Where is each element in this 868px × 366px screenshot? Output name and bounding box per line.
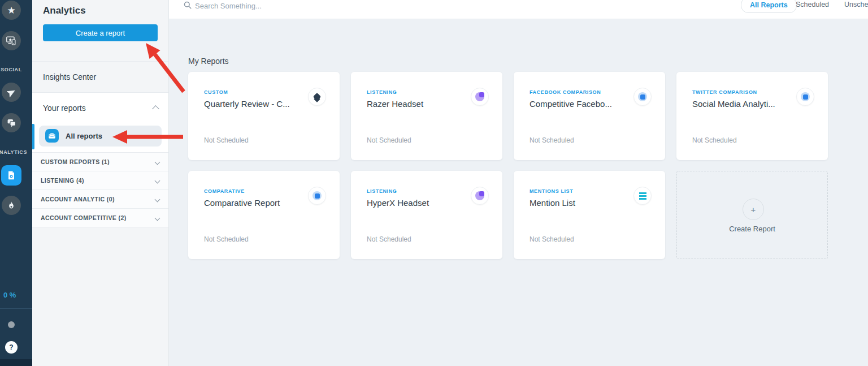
category-label: ACCOUNT ANALYTIC (0) xyxy=(41,196,115,203)
report-doc-glyph xyxy=(6,170,16,180)
card-status: Not Scheduled xyxy=(692,136,737,144)
topbar: All ReportsScheduledUnscheduled xyxy=(168,0,868,19)
card-title: Social Media Analyti... xyxy=(692,99,800,109)
nav-rail: ★ SOCIAL ANALYTICS xyxy=(0,0,32,366)
chevron-down-icon xyxy=(155,178,160,183)
search-input[interactable] xyxy=(194,0,422,11)
your-reports-header[interactable]: Your reports xyxy=(32,93,168,123)
card-title: Mention List xyxy=(530,198,637,208)
devices-glyph xyxy=(6,35,17,46)
card-title: Comparative Report xyxy=(204,198,311,208)
card-status: Not Scheduled xyxy=(530,136,574,144)
report-card[interactable]: MENTIONS LISTMention ListNot Scheduled xyxy=(514,171,665,259)
category-row[interactable]: ACCOUNT ANALYTIC (0) xyxy=(32,190,168,209)
plus-icon: + xyxy=(743,199,764,220)
chevron-up-icon xyxy=(152,105,159,113)
card-status: Not Scheduled xyxy=(204,136,249,144)
card-title: Razer Headset xyxy=(367,99,474,109)
insights-center-label: Insights Center xyxy=(43,72,96,81)
card-title: Competitive Facebo... xyxy=(530,99,637,109)
category-label: ACCOUNT COMPETITIVE (2) xyxy=(41,214,127,221)
reports-grid: CUSTOMQuarterly Review - C...Not Schedul… xyxy=(188,72,828,259)
tab-scheduled[interactable]: Scheduled xyxy=(796,1,829,8)
card-category-label: CUSTOM xyxy=(204,89,228,95)
star-icon[interactable]: ★ xyxy=(2,1,21,20)
layers-dark-glyph xyxy=(313,93,321,101)
card-category-label: MENTIONS LIST xyxy=(530,188,573,194)
create-report-button[interactable]: Create a report xyxy=(43,24,158,41)
category-label: CUSTOM REPORTS (1) xyxy=(41,158,110,165)
sidebar-item-insights-center[interactable]: Insights Center xyxy=(32,61,168,92)
progress-indicator: 0 % xyxy=(3,291,16,299)
bars-teal-glyph xyxy=(639,192,646,200)
chat-icon[interactable] xyxy=(2,113,21,132)
active-indicator-bar xyxy=(32,124,34,149)
layers-dark-icon xyxy=(308,88,326,106)
pie-purple-glyph xyxy=(475,92,484,101)
card-category-label: COMPARATIVE xyxy=(204,188,245,194)
report-card[interactable]: FACEBOOK COMPARISONCompetitive Facebo...… xyxy=(514,72,665,160)
card-category-label: TWITTER COMPARISON xyxy=(692,89,757,95)
send-icon[interactable] xyxy=(2,83,21,102)
chevron-down-icon xyxy=(155,215,160,221)
card-status: Not Scheduled xyxy=(204,235,249,243)
pie-purple-icon xyxy=(471,187,489,205)
report-card[interactable]: TWITTER COMPARISONSocial Media Analyti..… xyxy=(676,72,828,160)
square-blue-glyph xyxy=(313,191,322,200)
report-doc-icon[interactable] xyxy=(1,165,21,186)
your-reports-label: Your reports xyxy=(43,104,86,113)
bars-teal-icon xyxy=(633,187,652,205)
report-categories: CUSTOM REPORTS (1)LISTENING (4)ACCOUNT A… xyxy=(32,153,168,227)
avatar-dot[interactable] xyxy=(8,321,15,328)
category-label: LISTENING (4) xyxy=(41,177,84,184)
square-blue-icon xyxy=(308,187,326,205)
flame-glyph xyxy=(7,201,16,210)
report-card[interactable]: LISTENINGHyperX HeadsetNot Scheduled xyxy=(351,171,502,259)
pie-purple-icon xyxy=(471,88,489,106)
card-title: Quarterly Review - C... xyxy=(204,99,311,109)
card-status: Not Scheduled xyxy=(367,136,411,144)
rail-label-analytics: ANALYTICS xyxy=(0,149,32,155)
card-title: HyperX Headset xyxy=(367,198,474,208)
help-icon[interactable]: ? xyxy=(5,341,18,354)
tab-all-reports[interactable]: All Reports xyxy=(741,0,797,13)
card-status: Not Scheduled xyxy=(367,235,411,243)
rail-label-social: SOCIAL xyxy=(0,67,32,72)
create-report-card[interactable]: + Create Report xyxy=(676,171,828,259)
report-card[interactable]: COMPARATIVEComparative ReportNot Schedul… xyxy=(188,171,340,259)
section-title: My Reports xyxy=(188,57,229,66)
tab-unscheduled[interactable]: Unscheduled xyxy=(844,1,868,8)
square-blue-glyph xyxy=(638,92,647,101)
search-icon xyxy=(184,1,192,9)
analytics-sidebar: Analytics Create a report Insights Cente… xyxy=(32,0,169,366)
rail-footer xyxy=(0,359,32,366)
rail-divider xyxy=(0,308,32,309)
card-category-label: LISTENING xyxy=(367,89,397,95)
page-title: Analytics xyxy=(43,5,86,16)
square-blue-glyph xyxy=(801,92,810,101)
card-status: Not Scheduled xyxy=(530,235,574,243)
briefcase-glyph xyxy=(48,132,56,140)
category-row[interactable]: LISTENING (4) xyxy=(32,171,168,190)
sidebar-item-all-reports[interactable]: All reports xyxy=(39,126,162,147)
square-blue-icon xyxy=(633,88,652,106)
send-glyph xyxy=(7,88,16,97)
square-blue-icon xyxy=(796,88,814,106)
devices-icon[interactable] xyxy=(2,31,21,50)
chevron-down-icon xyxy=(155,159,160,165)
create-report-card-label: Create Report xyxy=(677,225,827,233)
category-row[interactable]: CUSTOM REPORTS (1) xyxy=(32,153,168,171)
card-category-label: LISTENING xyxy=(367,188,397,194)
pie-purple-glyph xyxy=(475,191,484,200)
report-card[interactable]: CUSTOMQuarterly Review - C...Not Schedul… xyxy=(188,72,340,160)
star-glyph: ★ xyxy=(7,6,15,15)
card-category-label: FACEBOOK COMPARISON xyxy=(530,89,601,95)
chat-glyph xyxy=(6,118,17,128)
report-card[interactable]: LISTENINGRazer HeadsetNot Scheduled xyxy=(351,72,502,160)
all-reports-label: All reports xyxy=(66,132,102,140)
briefcase-icon xyxy=(45,129,59,143)
chevron-down-icon xyxy=(155,196,160,202)
category-row[interactable]: ACCOUNT COMPETITIVE (2) xyxy=(32,209,168,227)
main-area: All ReportsScheduledUnscheduled My Repor… xyxy=(168,0,868,366)
flame-icon[interactable] xyxy=(2,196,21,215)
